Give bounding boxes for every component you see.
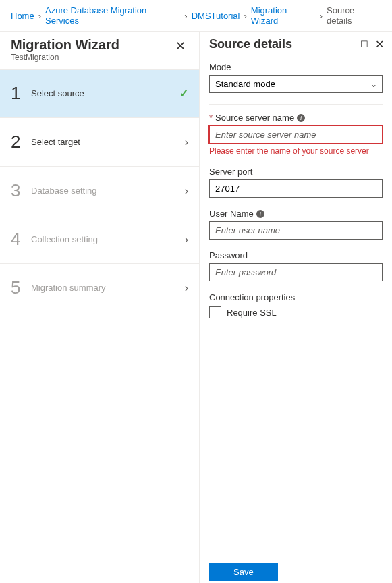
chevron-right-icon: › — [185, 136, 188, 148]
required-asterisk: * — [209, 113, 213, 123]
step-number: 2 — [11, 132, 31, 152]
step-number: 1 — [11, 83, 31, 104]
wizard-panel: Migration Wizard TestMigration ✕ 1 Selec… — [0, 32, 200, 583]
breadcrumb-dms[interactable]: Azure Database Migration Services — [45, 5, 180, 26]
source-server-error: Please enter the name of your source ser… — [209, 146, 383, 156]
breadcrumb-home[interactable]: Home — [11, 11, 34, 21]
wizard-subtitle: TestMigration — [11, 53, 119, 62]
step-label: Migration summary — [31, 283, 185, 293]
info-icon[interactable]: i — [256, 210, 264, 218]
details-panel: Source details ☐ ✕ Mode Standard mode ⌄ — [200, 32, 392, 583]
info-icon[interactable]: i — [297, 114, 305, 122]
step-label: Select target — [31, 137, 185, 147]
mode-select[interactable]: Standard mode — [209, 75, 383, 93]
step-label: Collection setting — [31, 234, 185, 244]
chevron-right-icon: › — [185, 185, 188, 197]
breadcrumb-wizard[interactable]: Migration Wizard — [251, 5, 316, 26]
chevron-right-icon: › — [185, 233, 188, 246]
connection-properties-label: Connection properties — [209, 292, 383, 302]
chevron-right-icon: › — [244, 11, 246, 21]
port-label: Server port — [209, 167, 383, 177]
source-server-label: Source server name — [215, 113, 294, 123]
save-button[interactable]: Save — [209, 563, 278, 581]
wizard-steps: 1 Select source ✓ 2 Select target › 3 Da… — [0, 69, 199, 312]
close-icon[interactable]: ✕ — [173, 37, 188, 55]
step-number: 4 — [11, 229, 31, 250]
check-icon: ✓ — [179, 87, 188, 100]
step-select-source[interactable]: 1 Select source ✓ — [0, 70, 199, 118]
password-label: Password — [209, 250, 383, 260]
step-select-target[interactable]: 2 Select target › — [0, 118, 199, 167]
chevron-right-icon: › — [185, 282, 188, 294]
breadcrumb: Home › Azure Database Migration Services… — [0, 0, 392, 32]
port-input[interactable] — [209, 179, 383, 198]
close-icon[interactable]: ✕ — [375, 38, 384, 51]
step-number: 3 — [11, 180, 31, 201]
chevron-right-icon: › — [38, 11, 41, 21]
step-label: Select source — [31, 88, 179, 99]
require-ssl-checkbox[interactable] — [209, 306, 221, 318]
breadcrumb-current: Source details — [327, 5, 381, 26]
pin-icon[interactable]: ☐ — [360, 39, 368, 49]
step-label: Database setting — [31, 186, 185, 196]
breadcrumb-tutorial[interactable]: DMSTutorial — [192, 11, 240, 21]
chevron-right-icon: › — [320, 11, 323, 21]
divider — [209, 104, 383, 105]
details-title: Source details — [209, 37, 292, 51]
step-number: 5 — [11, 277, 31, 298]
source-server-input[interactable] — [209, 126, 383, 144]
password-input[interactable] — [209, 263, 383, 281]
username-label: User Name — [209, 209, 254, 219]
step-collection-setting[interactable]: 4 Collection setting › — [0, 215, 199, 264]
step-migration-summary[interactable]: 5 Migration summary › — [0, 264, 199, 312]
require-ssl-label: Require SSL — [227, 308, 277, 318]
wizard-title: Migration Wizard — [11, 37, 119, 53]
username-input[interactable] — [209, 221, 383, 240]
step-database-setting[interactable]: 3 Database setting › — [0, 167, 199, 215]
mode-label: Mode — [209, 62, 383, 72]
chevron-right-icon: › — [184, 11, 187, 21]
